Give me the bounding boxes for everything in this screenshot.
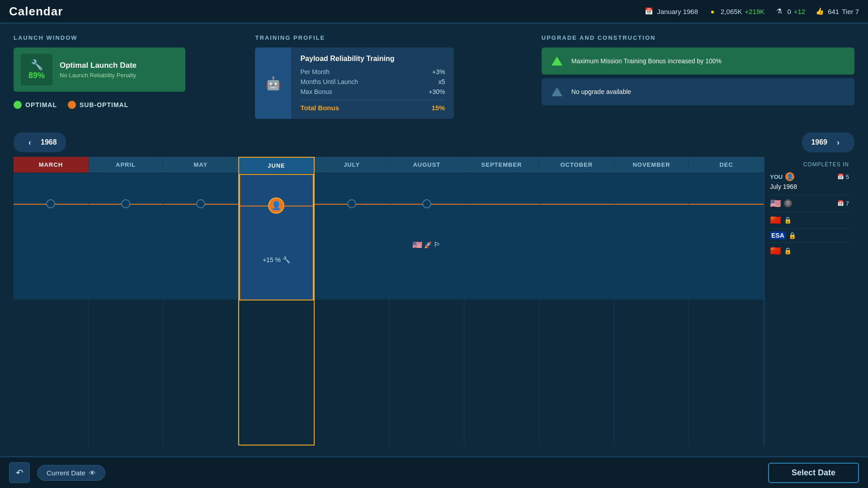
months-until-value: x5 xyxy=(439,78,445,85)
max-bonus-label: Max Bonus xyxy=(300,88,332,95)
june-bonus: +15 % 🔧 xyxy=(263,256,290,263)
flag-esa: ESA xyxy=(770,231,786,239)
optimal-icon-box: 🔧 89% xyxy=(21,54,52,85)
year-left-label: 1968 xyxy=(41,138,57,146)
per-month-value: +3% xyxy=(432,68,445,75)
flag-cn: 🇨🇳 xyxy=(770,215,781,225)
month-header-october: OCTOBER xyxy=(539,157,614,173)
month-body-september xyxy=(464,173,539,300)
year-nav-right[interactable]: 1969 › xyxy=(802,132,854,152)
month-body-may xyxy=(163,173,238,300)
us-competitor-badge: ⑪ xyxy=(784,199,792,207)
app-header: Calendar 📅 January 1968 ● 2,065K +219K ⚗… xyxy=(0,0,868,23)
per-month-label: Per Month xyxy=(300,68,330,75)
training-card: 🤖 Payload Reliability Training Per Month… xyxy=(255,47,454,119)
us-flag-august: 🇺🇸 xyxy=(412,240,422,250)
month-body-july xyxy=(315,173,389,300)
legend-optimal: OPTIMAL xyxy=(14,101,57,109)
completes-you-row: YOU 👤 📅 5 xyxy=(770,172,849,181)
month-col-july[interactable]: JULY xyxy=(315,157,390,446)
us-turns: 📅 7 xyxy=(837,200,849,207)
flag-cn2: 🇨🇳 xyxy=(770,245,781,256)
prev-year-arrow[interactable]: ‹ xyxy=(23,135,37,150)
upgrade-arrow-gray xyxy=(549,84,565,100)
upgrade-text-dark: No upgrade available xyxy=(571,88,631,95)
timeline-line-october xyxy=(539,204,614,205)
month-header-march: MARCH xyxy=(14,157,88,173)
wrench-icon: 🔧 xyxy=(31,59,43,71)
month-col-august[interactable]: AUGUST 🇺🇸 🚀 🏳 xyxy=(390,157,465,446)
month-body-december xyxy=(689,173,764,300)
optimal-label: OPTIMAL xyxy=(25,101,57,108)
lock-icon-cn2: 🔒 xyxy=(784,247,792,254)
upgrade-construction-panel: UPGRADE AND CONSTRUCTION Maximum Mission… xyxy=(542,34,854,119)
month-header-september: SEPTEMBER xyxy=(464,157,539,173)
month-col-june[interactable]: JUNE 👤 +15 % 🔧 xyxy=(238,157,315,446)
app-title: Calendar xyxy=(9,5,63,19)
year-right-label: 1969 xyxy=(811,138,827,146)
month-col-october[interactable]: OCTOBER xyxy=(539,157,614,446)
optimal-percentage: 89% xyxy=(28,71,45,80)
lock-icon-cn: 🔒 xyxy=(784,216,792,224)
total-bonus-label: Total Bonus xyxy=(300,104,339,112)
month-body-june: 👤 +15 % 🔧 xyxy=(239,174,314,300)
year-nav-left[interactable]: ‹ 1968 xyxy=(14,132,66,152)
lock-icon-esa: 🔒 xyxy=(788,232,796,239)
month-header-november: NOVEMBER xyxy=(614,157,689,173)
upgrade-card-dark: No upgrade available xyxy=(542,78,854,105)
completes-you-label: YOU xyxy=(770,174,783,180)
max-bonus-value: +30% xyxy=(429,88,445,95)
month-col-march[interactable]: MARCH xyxy=(14,157,89,446)
competitor-row-esa: ESA 🔒 xyxy=(770,228,849,242)
completes-date: July 1968 xyxy=(770,183,849,190)
month-header-august: AUGUST xyxy=(390,157,464,173)
month-col-may[interactable]: MAY xyxy=(163,157,238,446)
you-turns: 📅 5 xyxy=(837,174,849,180)
training-profile-panel: TRAINING PROFILE 🤖 Payload Reliability T… xyxy=(255,34,523,119)
training-icon-col: 🤖 xyxy=(255,47,291,119)
back-button[interactable]: ↶ xyxy=(9,462,30,483)
month-col-september[interactable]: SEPTEMBER xyxy=(464,157,539,446)
month-header-december: DEC xyxy=(689,157,764,173)
training-profile-title: TRAINING PROFILE xyxy=(255,34,523,41)
month-body-march xyxy=(14,173,88,300)
timeline-line-december xyxy=(689,204,764,205)
calendar-months: MARCH APRIL xyxy=(14,157,764,446)
calendar-small-icon: 📅 xyxy=(837,174,844,180)
person-icon: 👤 xyxy=(271,201,281,211)
month-col-november[interactable]: NOVEMBER xyxy=(614,157,689,446)
month-circle-june-active: 👤 xyxy=(268,197,284,214)
flag2-august: 🏳 xyxy=(434,241,441,249)
upgrade-text-green: Maximum Mission Training Bonus increased… xyxy=(571,57,722,65)
june-bonus-text: +15 % xyxy=(263,256,281,263)
current-date-button[interactable]: Current Date 👁 xyxy=(37,465,105,481)
august-flags: 🇺🇸 🚀 🏳 xyxy=(412,240,441,250)
thumbs-up-icon: 👍 xyxy=(814,6,825,17)
training-row-per-month: Per Month +3% xyxy=(300,68,445,75)
upgrade-construction-title: UPGRADE AND CONSTRUCTION xyxy=(542,34,854,41)
training-row-max-bonus: Max Bonus +30% xyxy=(300,88,445,95)
calendar-main: MARCH APRIL xyxy=(14,157,764,446)
completes-title: COMPLETES IN xyxy=(770,161,849,168)
legend: OPTIMAL SUB-OPTIMAL xyxy=(14,101,237,109)
optimal-launch-card: 🔧 89% Optimal Launch Date No Launch Reli… xyxy=(14,47,185,92)
top-panels: LAUNCH WINDOW 🔧 89% Optimal Launch Date … xyxy=(14,34,854,119)
competitor-row-cn2: 🇨🇳 🔒 xyxy=(770,242,849,259)
month-body-august: 🇺🇸 🚀 🏳 xyxy=(390,173,464,300)
calendar-icon: 📅 xyxy=(643,6,654,17)
calendar-us-icon: 📅 xyxy=(837,200,844,206)
month-col-december[interactable]: DEC xyxy=(689,157,764,446)
optimal-title: Optimal Launch Date xyxy=(60,61,137,70)
optimal-dot xyxy=(14,101,22,109)
month-circle-may xyxy=(196,199,205,208)
competitor-row-us: 🇺🇸 ⑪ 📅 7 xyxy=(770,195,849,211)
header-stats: 📅 January 1968 ● 2,065K +219K ⚗ 0 +12 👍 … xyxy=(643,6,859,17)
select-date-button[interactable]: Select Date xyxy=(768,463,859,483)
year-navigation: ‹ 1968 1969 › xyxy=(14,132,854,157)
suboptimal-label: SUB-OPTIMAL xyxy=(80,101,128,108)
month-col-april[interactable]: APRIL xyxy=(89,157,164,446)
suboptimal-dot xyxy=(68,101,76,109)
next-year-arrow[interactable]: › xyxy=(831,135,845,150)
training-total-row: Total Bonus 15% xyxy=(300,100,445,112)
month-header-april: APRIL xyxy=(89,157,163,173)
